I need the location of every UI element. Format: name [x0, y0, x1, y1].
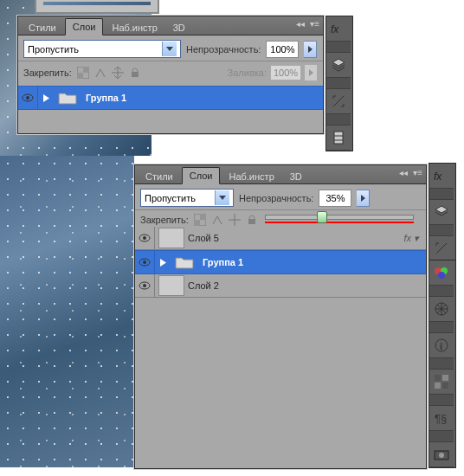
svg-text:i: i	[440, 341, 442, 351]
svg-rect-28	[435, 383, 441, 389]
layer-row-group[interactable]: Группа 1	[135, 250, 426, 274]
opacity-input[interactable]: 35%	[319, 190, 351, 207]
expand-toggle[interactable]	[160, 259, 166, 267]
tab-styles[interactable]: Стили	[139, 169, 180, 184]
lock-label: Закрепить:	[23, 68, 72, 78]
visibility-toggle[interactable]	[135, 251, 155, 273]
layer-name: Слой 5	[188, 233, 219, 243]
annotation-underline	[265, 222, 414, 223]
layers-icon[interactable]	[429, 200, 454, 225]
visibility-toggle[interactable]	[18, 87, 38, 109]
lock-row: Закрепить:	[135, 210, 426, 227]
collapse-icon[interactable]: ◂◂	[296, 19, 305, 29]
svg-rect-10	[194, 220, 200, 226]
fx-badge[interactable]: fx ▾	[403, 233, 419, 244]
crosshair-tools-icon[interactable]	[429, 236, 454, 261]
layer-thumbnail	[158, 275, 184, 296]
opacity-label: Непрозрачность:	[186, 44, 261, 55]
symbols-icon[interactable]: ¶§	[429, 406, 454, 431]
lock-transparency-icon[interactable]	[194, 214, 206, 226]
layer-row-group[interactable]: Группа 1	[18, 86, 323, 110]
history-icon[interactable]	[326, 125, 351, 151]
layer-row[interactable]: Слой 2	[135, 274, 426, 298]
blend-opacity-row: Пропустить Непрозрачность: 100%	[18, 35, 323, 61]
svg-rect-29	[442, 383, 448, 389]
tab-layers[interactable]: Слои	[65, 18, 104, 35]
svg-rect-9	[200, 214, 206, 220]
svg-rect-11	[248, 219, 255, 224]
blend-opacity-row: Пропустить Непрозрачность: 35%	[135, 184, 426, 210]
layer-name: Слой 2	[188, 280, 219, 291]
visibility-toggle[interactable]	[135, 274, 155, 297]
svg-point-32	[439, 453, 444, 458]
layer-name: Группа 1	[203, 257, 243, 267]
layers-panel-2: Стили Слои Наб.инстр 3D ◂◂ ▾≡ Пропустить…	[134, 164, 427, 469]
slider-thumb[interactable]	[317, 211, 327, 223]
opacity-chevron-icon[interactable]	[357, 190, 370, 207]
panel-tabbar: Стили Слои Наб.инстр 3D ◂◂ ▾≡	[135, 165, 426, 184]
panel-tabbar: Стили Слои Наб.инстр 3D ◂◂ ▾≡	[18, 16, 323, 35]
tab-3d[interactable]: 3D	[283, 169, 309, 184]
crosshair-tools-icon[interactable]	[326, 89, 351, 114]
icon-dock-3: i ¶§	[429, 260, 456, 468]
lock-row: Закрепить: Заливка: 100%	[18, 61, 323, 86]
blend-mode-dropdown[interactable]: Пропустить	[140, 189, 234, 207]
fill-label: Заливка:	[228, 68, 267, 78]
layers-panel-1: Стили Слои Наб.инстр 3D ◂◂ ▾≡ Пропустить…	[17, 16, 324, 134]
tab-layers[interactable]: Слои	[182, 167, 221, 184]
lock-transparency-icon[interactable]	[77, 67, 89, 79]
panel-menu-icon[interactable]: ▾≡	[413, 168, 422, 177]
tab-styles[interactable]: Стили	[22, 20, 63, 35]
lock-image-icon[interactable]	[211, 214, 223, 226]
fx-icon[interactable]: fx	[326, 16, 351, 42]
svg-text:fx: fx	[331, 23, 339, 35]
opacity-chevron-icon[interactable]	[304, 41, 317, 58]
folder-icon	[58, 88, 82, 107]
svg-point-17	[143, 284, 146, 287]
blend-mode-value: Пропустить	[28, 44, 79, 55]
layer-name: Группа 1	[86, 93, 126, 103]
svg-point-15	[143, 261, 146, 264]
collapse-icon[interactable]: ◂◂	[399, 168, 408, 177]
blend-mode-dropdown[interactable]: Пропустить	[23, 40, 181, 58]
tab-toolpresets[interactable]: Наб.инстр	[105, 20, 164, 35]
lock-image-icon[interactable]	[94, 67, 106, 79]
opacity-slider[interactable]	[258, 213, 421, 227]
opacity-input[interactable]: 100%	[266, 41, 299, 58]
chevron-down-icon	[215, 190, 229, 205]
lock-position-icon[interactable]	[112, 67, 124, 79]
camera-icon[interactable]	[429, 442, 454, 467]
svg-rect-27	[442, 375, 448, 381]
icon-dock-1: fx	[325, 16, 353, 151]
swatches-icon[interactable]	[429, 261, 454, 286]
lock-all-icon[interactable]	[129, 67, 141, 79]
tab-toolpresets[interactable]: Наб.инстр	[222, 169, 280, 184]
grid-icon[interactable]	[429, 370, 454, 395]
folder-icon	[175, 253, 199, 272]
lock-position-icon[interactable]	[229, 214, 241, 226]
document-thumb	[35, 0, 159, 14]
lock-all-icon[interactable]	[246, 214, 258, 226]
layers-icon[interactable]	[326, 53, 351, 78]
layer-row[interactable]: Слой 5 fx ▾	[135, 227, 426, 250]
svg-point-13	[143, 236, 146, 240]
fill-input: 100%	[270, 65, 301, 80]
canvas-preview-bottom	[0, 156, 134, 467]
chevron-down-icon	[162, 42, 177, 56]
info-icon[interactable]: i	[429, 333, 454, 358]
svg-text:fx: fx	[434, 170, 442, 182]
expand-toggle[interactable]	[43, 94, 49, 102]
fill-chevron-icon	[305, 64, 318, 81]
layer-list: Слой 5 fx ▾ Группа 1 Слой 2	[135, 227, 426, 298]
panel-menu-icon[interactable]: ▾≡	[310, 19, 319, 29]
tab-3d[interactable]: 3D	[166, 20, 192, 35]
layer-list: Группа 1	[18, 86, 323, 110]
navigator-icon[interactable]	[429, 297, 454, 322]
opacity-label: Непрозрачность:	[239, 193, 313, 203]
svg-point-5	[26, 96, 29, 100]
svg-rect-3	[132, 72, 139, 77]
svg-rect-2	[77, 73, 83, 79]
fx-icon[interactable]: fx	[429, 164, 454, 189]
visibility-toggle[interactable]	[135, 227, 155, 249]
svg-rect-1	[83, 67, 89, 73]
